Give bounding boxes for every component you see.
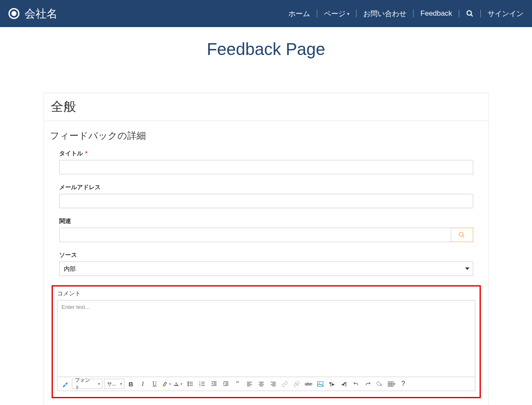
panel-heading: 全般 — [44, 93, 488, 121]
undo-button[interactable] — [351, 379, 361, 389]
source-label: ソース — [59, 251, 473, 259]
section-title: フィードバックの詳細 — [50, 129, 483, 142]
svg-text:3: 3 — [199, 384, 200, 387]
feedback-panel: 全般 フィードバックの詳細 タイトル * メールアドレス 関連 — [44, 93, 489, 405]
link-button[interactable] — [280, 379, 290, 389]
svg-point-0 — [467, 11, 472, 15]
email-label: メールアドレス — [59, 184, 473, 191]
font-size-select[interactable]: サ... — [104, 379, 124, 389]
quote-button[interactable]: ” — [233, 379, 243, 389]
nav-menu: ホーム ページ ▾ お問い合わせ Feedback サインイン — [288, 9, 524, 19]
related-input[interactable] — [59, 228, 451, 242]
nav-pages[interactable]: ページ ▾ — [324, 9, 349, 19]
cleaner-icon[interactable] — [60, 379, 70, 389]
svg-rect-41 — [388, 382, 393, 386]
font-family-select[interactable]: フォント — [72, 379, 102, 389]
rtl-button[interactable]: ◂¶ — [339, 379, 349, 389]
comment-label: コメント — [57, 290, 475, 298]
nav-separator — [356, 10, 356, 17]
align-center-button[interactable] — [256, 379, 266, 389]
email-input[interactable] — [59, 194, 473, 208]
indent-button[interactable] — [221, 379, 231, 389]
title-label: タイトル * — [59, 150, 473, 157]
nav-separator — [459, 10, 459, 17]
field-source: ソース 内部 — [59, 251, 473, 276]
nav-search[interactable] — [466, 10, 474, 17]
italic-button[interactable]: I — [138, 379, 148, 389]
help-button[interactable]: ? — [398, 379, 409, 389]
align-left-button[interactable] — [244, 379, 255, 389]
paint-bucket-button[interactable] — [375, 379, 385, 389]
brand-logo-icon — [8, 8, 19, 19]
svg-point-5 — [188, 382, 189, 383]
brand-link[interactable]: 会社名 — [8, 6, 58, 21]
editor-content[interactable]: Enter text... — [58, 300, 475, 377]
bold-button[interactable]: B — [126, 379, 136, 389]
nav-separator — [317, 10, 317, 17]
strikethrough-button[interactable]: abc — [304, 379, 314, 389]
svg-rect-38 — [318, 382, 323, 386]
svg-line-3 — [463, 236, 464, 237]
related-label: 関連 — [59, 218, 473, 225]
nav-separator — [480, 10, 481, 17]
underline-button[interactable]: U — [150, 379, 160, 389]
nav-feedback[interactable]: Feedback — [420, 9, 452, 18]
field-comment: コメント Enter text... フォント サ... B I U — [57, 290, 475, 391]
highlight-button[interactable]: ▾ — [162, 379, 172, 389]
svg-point-7 — [188, 383, 189, 384]
svg-point-9 — [188, 385, 189, 386]
redo-button[interactable] — [363, 379, 373, 389]
unlink-button[interactable] — [292, 379, 302, 389]
source-select[interactable]: 内部 — [59, 262, 473, 276]
nav-separator — [413, 10, 414, 17]
ltr-button[interactable]: ¶▸ — [327, 379, 337, 389]
caret-down-icon: ▾ — [347, 11, 349, 16]
svg-line-1 — [471, 14, 473, 17]
nav-signin[interactable]: サインイン — [488, 9, 524, 19]
top-nav: 会社名 ホーム ページ ▾ お問い合わせ Feedback サインイン — [0, 0, 532, 27]
field-related: 関連 — [59, 218, 473, 242]
image-button[interactable] — [315, 379, 326, 389]
rich-text-editor: Enter text... フォント サ... B I U ▾ — [57, 300, 475, 391]
search-icon — [466, 10, 474, 17]
svg-point-39 — [319, 382, 320, 383]
main-container: 全般 フィードバックの詳細 タイトル * メールアドレス 関連 — [37, 93, 496, 405]
search-icon — [458, 231, 465, 238]
related-lookup-button[interactable] — [451, 228, 473, 242]
editor-toolbar: フォント サ... B I U ▾ A▾ — [58, 377, 475, 391]
number-list-button[interactable]: 123 — [197, 379, 207, 389]
svg-rect-4 — [163, 386, 165, 387]
panel-body: フィードバックの詳細 タイトル * メールアドレス 関連 — [44, 121, 488, 405]
outdent-button[interactable] — [209, 379, 219, 389]
brand-name: 会社名 — [25, 6, 58, 21]
required-marker: * — [85, 150, 87, 157]
svg-point-2 — [459, 232, 463, 236]
nav-contact[interactable]: お問い合わせ — [363, 9, 406, 19]
table-button[interactable]: ▾ — [387, 379, 397, 389]
bullet-list-button[interactable] — [185, 379, 195, 389]
nav-home[interactable]: ホーム — [288, 9, 310, 19]
svg-point-40 — [381, 384, 382, 386]
comment-highlight: コメント Enter text... フォント サ... B I U — [52, 285, 481, 398]
field-email: メールアドレス — [59, 184, 473, 208]
title-input[interactable] — [59, 160, 473, 174]
field-title: タイトル * — [59, 150, 473, 174]
font-color-button[interactable]: A▾ — [173, 379, 184, 389]
page-title: Feedback Page — [0, 40, 532, 59]
align-right-button[interactable] — [268, 379, 278, 389]
